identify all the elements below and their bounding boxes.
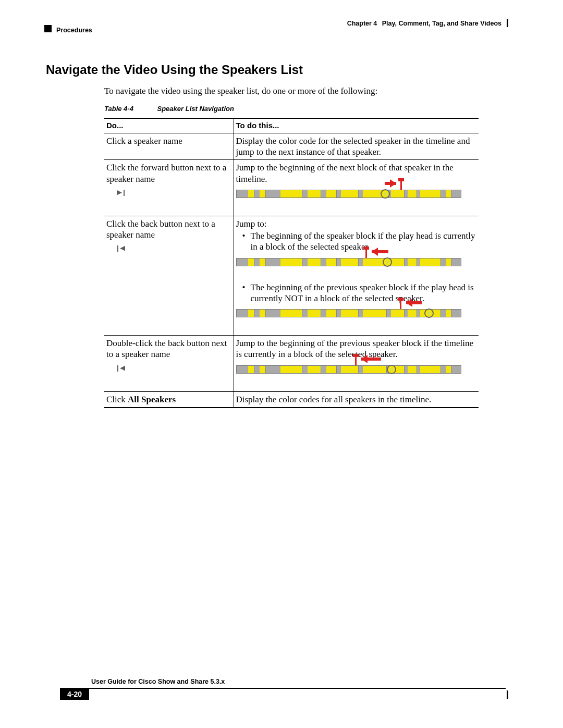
breadcrumb: Procedures <box>56 27 92 34</box>
playhead-icon <box>381 189 390 199</box>
timeline-bar <box>236 309 461 317</box>
cell-do-text: Click the back button next to a speaker … <box>106 219 215 240</box>
arrow-left-icon <box>406 301 422 304</box>
skip-forward-icon <box>117 190 125 197</box>
playhead-icon <box>387 365 396 374</box>
skip-back-icon <box>117 365 125 373</box>
arrow-left-icon <box>361 357 381 361</box>
bullet-list: The beginning of the speaker block if th… <box>236 230 476 253</box>
arrow-left-icon <box>372 250 388 253</box>
table-number: Table 4-4 <box>104 105 133 113</box>
cell-todo: Jump to the beginning of the next block … <box>234 160 479 216</box>
th-do: Do... <box>104 118 234 133</box>
page-number: 4-20 <box>60 688 89 700</box>
timeline-bar <box>236 365 461 374</box>
section-intro: To navigate the video using the speaker … <box>104 86 377 96</box>
table-row: Click a speaker name Display the color c… <box>104 133 479 160</box>
timeline-bar <box>236 258 461 266</box>
cell-do-bold: All Speakers <box>128 394 176 404</box>
cell-do: Click a speaker name <box>104 133 234 160</box>
bullet-list: The beginning of the previous speaker bl… <box>236 282 476 304</box>
timeline-graphic <box>236 365 476 386</box>
table-title: Speaker List Navigation <box>157 105 234 113</box>
timeline-graphic <box>236 258 476 279</box>
icon-holder <box>106 360 230 378</box>
table-row: Click All Speakers Display the color cod… <box>104 391 479 408</box>
timeline-graphic <box>236 190 476 211</box>
timeline-graphic <box>236 309 476 330</box>
playhead-icon <box>424 309 434 318</box>
header-tick-icon <box>507 19 508 27</box>
table-row: Click the forward button next to a speak… <box>104 160 479 216</box>
skip-back-icon <box>117 245 125 253</box>
icon-holder <box>106 240 230 258</box>
cell-todo: Jump to the beginning of the previous sp… <box>234 336 479 392</box>
cell-todo: Display the color code for the selected … <box>234 133 479 160</box>
icon-holder <box>106 184 230 203</box>
table-row: Click the back button next to a speaker … <box>104 216 479 335</box>
header-right: Chapter 4 Play, Comment, Tag, and Share … <box>347 20 501 27</box>
cell-do-pre: Click <box>106 394 128 404</box>
cell-todo-text: Jump to the beginning of the next block … <box>236 163 454 183</box>
chapter-label: Chapter 4 <box>347 20 377 27</box>
table-header-row: Do... To do this... <box>104 118 479 133</box>
timeline-bar <box>236 190 461 198</box>
list-item: The beginning of the speaker block if th… <box>242 230 476 253</box>
page: Chapter 4 Play, Comment, Tag, and Share … <box>0 0 563 728</box>
arrow-right-icon <box>385 182 396 185</box>
cell-do: Click the forward button next to a speak… <box>104 160 234 216</box>
cell-do: Click All Speakers <box>104 391 234 408</box>
header-square-icon <box>44 25 52 32</box>
playhead-icon <box>383 257 392 267</box>
cell-do: Click the back button next to a speaker … <box>104 216 234 335</box>
cell-do: Double-click the back button next to a s… <box>104 336 234 392</box>
footer-rule <box>60 688 506 689</box>
section-title: Navigate the Video Using the Speakers Li… <box>46 63 303 77</box>
list-item: The beginning of the previous speaker bl… <box>242 282 476 304</box>
footer-tick-icon <box>507 690 508 699</box>
chapter-title: Play, Comment, Tag, and Share Videos <box>382 20 501 27</box>
speaker-nav-table: Do... To do this... Click a speaker name… <box>104 118 479 408</box>
cell-do-text: Click the forward button next to a speak… <box>106 163 226 183</box>
table-row: Double-click the back button next to a s… <box>104 336 479 392</box>
footer-guide-title: User Guide for Cisco Show and Share 5.3.… <box>91 678 225 685</box>
cell-todo-lead: Jump to: <box>236 219 267 229</box>
table-caption: Table 4-4 Speaker List Navigation <box>104 105 234 113</box>
cell-do-text: Double-click the back button next to a s… <box>106 338 227 359</box>
th-todo: To do this... <box>234 118 479 133</box>
cell-todo: Jump to: The beginning of the speaker bl… <box>234 216 479 335</box>
cell-todo: Display the color codes for all speakers… <box>234 391 479 408</box>
